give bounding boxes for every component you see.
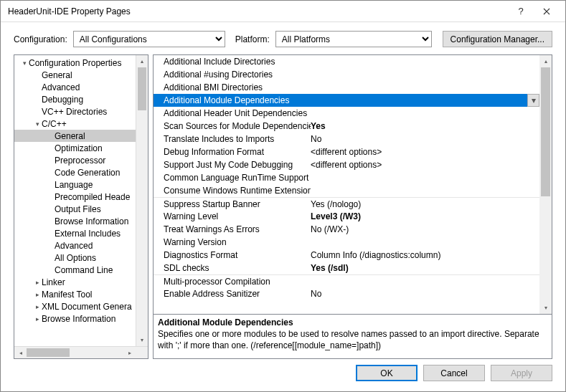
property-value: <different options> <box>311 160 552 170</box>
tree-item[interactable]: All Options <box>14 252 148 264</box>
tree-item-label: All Options <box>55 253 96 263</box>
property-row[interactable]: Debug Information Format<different optio… <box>154 145 552 158</box>
expanded-icon[interactable]: ▾ <box>20 59 29 67</box>
configuration-manager-button[interactable]: Configuration Manager... <box>443 31 552 47</box>
tree-item[interactable]: Debugging <box>14 93 148 105</box>
scroll-up-icon[interactable]: ▴ <box>136 55 148 67</box>
tree-item[interactable]: ▸Manifest Tool <box>14 288 148 300</box>
tree-item-label: Debugging <box>42 95 83 105</box>
window-title: HeaderUnit-IDE Property Pages <box>8 6 508 16</box>
scrollbar-thumb[interactable] <box>138 67 146 110</box>
tree-item[interactable]: General <box>14 130 148 142</box>
tree-item[interactable]: Preprocessor <box>14 154 148 166</box>
property-row[interactable]: Additional Header Unit Dependencies <box>154 107 552 120</box>
property-row[interactable]: Suppress Startup BannerYes (/nologo) <box>154 197 552 210</box>
toolbar: Configuration: All Configurations Platfo… <box>1 22 565 54</box>
scroll-down-icon[interactable]: ▾ <box>539 302 552 314</box>
close-icon <box>543 8 550 15</box>
description-panel: Additional Module Dependencies Specifies… <box>153 315 552 359</box>
property-row[interactable]: Additional BMI Directories <box>154 81 552 94</box>
property-name: Multi-processor Compilation <box>164 277 311 287</box>
expanded-icon[interactable]: ▾ <box>33 120 42 128</box>
tree-item-label: Output Files <box>55 204 101 214</box>
tree-item[interactable]: ▾Configuration Properties <box>14 57 148 69</box>
property-row[interactable]: Additional Module Dependencies▾ <box>154 94 552 107</box>
property-value: <different options> <box>311 147 552 157</box>
property-row[interactable]: Consume Windows Runtime Extension <box>154 184 552 197</box>
property-row[interactable]: Additional #using Directories <box>154 68 552 81</box>
property-value: No <box>311 134 552 144</box>
scrollbar-thumb[interactable] <box>541 67 550 196</box>
tree-item[interactable]: Optimization <box>14 142 148 154</box>
tree-item[interactable]: Advanced <box>14 81 148 93</box>
grid-vertical-scrollbar[interactable]: ▴ ▾ <box>539 55 552 314</box>
collapsed-icon[interactable]: ▸ <box>33 315 42 322</box>
property-row[interactable]: Diagnostics FormatColumn Info (/diagnost… <box>154 249 552 262</box>
property-name: Additional Header Unit Dependencies <box>164 108 311 118</box>
property-name: Warning Version <box>164 237 311 247</box>
tree-item[interactable]: Code Generation <box>14 166 148 178</box>
property-row[interactable]: Enable Address SanitizerNo <box>154 287 552 300</box>
tree-item-label: Advanced <box>42 82 80 92</box>
tree-item-label: Precompiled Heade <box>55 192 130 202</box>
apply-button[interactable]: Apply <box>491 365 552 381</box>
tree-item[interactable]: Command Line <box>14 264 148 276</box>
property-row[interactable]: Warning Version <box>154 236 552 249</box>
scrollbar-thumb[interactable] <box>27 348 70 357</box>
property-name: Additional BMI Directories <box>164 82 311 92</box>
tree-item[interactable]: Output Files <box>14 203 148 215</box>
scroll-right-icon[interactable]: ▸ <box>123 347 136 358</box>
property-row[interactable]: Warning LevelLevel3 (/W3) <box>154 210 552 223</box>
property-row[interactable]: Common Language RunTime Support <box>154 171 552 184</box>
tree-vertical-scrollbar[interactable]: ▴ ▾ <box>136 55 148 346</box>
tree-item[interactable]: Language <box>14 178 148 191</box>
property-row[interactable]: Multi-processor Compilation <box>154 274 552 287</box>
property-row[interactable]: Scan Sources for Module DependenciesYes <box>154 120 552 133</box>
configuration-select[interactable]: All Configurations <box>73 31 225 47</box>
platform-select[interactable]: All Platforms <box>275 31 432 47</box>
property-row[interactable]: Treat Warnings As ErrorsNo (/WX-) <box>154 223 552 236</box>
property-row[interactable]: Translate Includes to ImportsNo <box>154 133 552 145</box>
collapsed-icon[interactable]: ▸ <box>33 303 42 310</box>
property-value: Yes (/sdl) <box>311 263 552 273</box>
help-button[interactable]: ? <box>508 1 534 21</box>
tree-item-label: Command Line <box>55 265 113 275</box>
property-name: Scan Sources for Module Dependencies <box>164 121 311 131</box>
tree-item[interactable]: Advanced <box>14 239 148 252</box>
scroll-up-icon[interactable]: ▴ <box>539 55 552 67</box>
tree-item[interactable]: Precompiled Heade <box>14 191 148 203</box>
tree-item[interactable]: ▾C/C++ <box>14 118 148 130</box>
tree-item-label: External Includes <box>55 229 121 239</box>
collapsed-icon[interactable]: ▸ <box>33 291 42 298</box>
property-name: Translate Includes to Imports <box>164 134 311 144</box>
platform-label: Platform: <box>235 34 270 44</box>
collapsed-icon[interactable]: ▸ <box>33 279 42 286</box>
tree-item-label: Manifest Tool <box>42 290 92 300</box>
tree-horizontal-scrollbar[interactable]: ◂ ▸ <box>14 346 148 358</box>
property-name: Additional Module Dependencies <box>164 95 311 105</box>
tree-panel: ▾Configuration PropertiesGeneralAdvanced… <box>14 54 148 359</box>
ok-button[interactable]: OK <box>356 365 418 381</box>
tree-item-label: Browse Information <box>42 314 115 324</box>
tree-item[interactable]: General <box>14 69 148 81</box>
close-button[interactable] <box>534 1 560 21</box>
property-row[interactable]: SDL checksYes (/sdl) <box>154 262 552 274</box>
tree-item[interactable]: VC++ Directories <box>14 105 148 118</box>
property-row[interactable]: Additional Include Directories <box>154 55 552 68</box>
tree-item[interactable]: ▸Browse Information <box>14 312 148 325</box>
scroll-left-icon[interactable]: ◂ <box>14 347 27 358</box>
property-name: Diagnostics Format <box>164 250 311 260</box>
tree-item[interactable]: ▸XML Document Genera <box>14 300 148 312</box>
tree-item-label: Browse Information <box>55 216 128 226</box>
tree-item[interactable]: External Includes <box>14 227 148 239</box>
tree-item-label: C/C++ <box>42 119 67 129</box>
scroll-down-icon[interactable]: ▾ <box>136 334 148 346</box>
tree-item[interactable]: ▸Linker <box>14 276 148 288</box>
dropdown-button[interactable]: ▾ <box>527 94 539 107</box>
tree-item-label: Configuration Properties <box>29 58 121 68</box>
cancel-button[interactable]: Cancel <box>423 365 485 381</box>
tree-item[interactable]: Browse Information <box>14 215 148 227</box>
tree-item-label: Linker <box>42 277 65 287</box>
property-value: Yes (/nologo) <box>311 199 552 209</box>
property-row[interactable]: Support Just My Code Debugging<different… <box>154 158 552 171</box>
